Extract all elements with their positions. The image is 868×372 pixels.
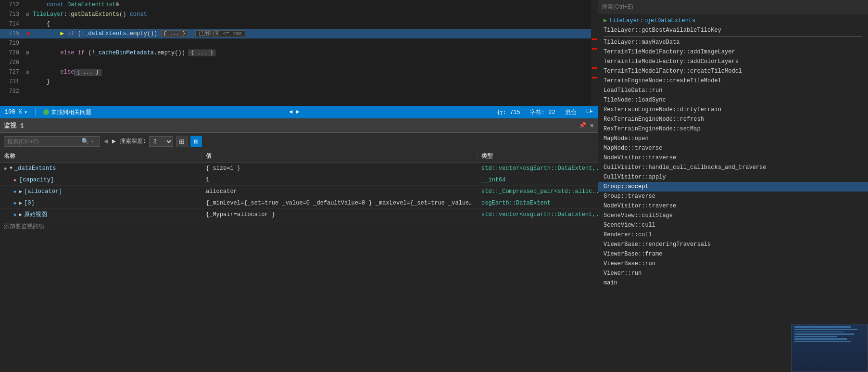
line-content-727: else{ ... } <box>33 67 598 77</box>
callstack-item-createtilemodel-factory[interactable]: TerrainTileModelFactory::createTileModel <box>598 66 868 76</box>
callstack-label-getbesttile: TileLayer::getBestAvailableTileKey <box>604 27 721 34</box>
watch-row-allocator[interactable]: ◆ ▶ [allocator] allocator std::_Compress… <box>0 186 598 197</box>
prev-result-button[interactable]: ◄ <box>103 138 109 145</box>
time-badge: 已用时间 <= 1ms <box>195 30 245 37</box>
mini-line <box>794 338 847 340</box>
expand-all-button[interactable]: ⊞ <box>190 136 202 147</box>
mini-line <box>794 341 851 342</box>
code-line-726: 726 <box>0 58 598 67</box>
callstack-item-refresh[interactable]: RexTerrainEngineNode::refresh <box>598 115 868 124</box>
callstack-item-setmap[interactable]: RexTerrainEngineNode::setMap <box>598 124 868 134</box>
line-number: 732 <box>0 87 24 96</box>
callstack-item-getdataextents[interactable]: ▶ TileLayer::getDataExtents <box>598 15 868 26</box>
watch-row-data-extents[interactable]: ◆ ▼ _dataExtents { size=1 } std::vector<… <box>0 163 598 174</box>
green-arrow-icon: ▶ <box>604 17 607 24</box>
breakpoint-indicator3 <box>592 67 597 69</box>
callstack-item-main[interactable]: main <box>598 278 868 288</box>
callstack-item-nodevisitor-traverse[interactable]: NodeVisitor::traverse <box>598 153 868 163</box>
expand-tri-extents[interactable]: ▼ <box>10 166 13 171</box>
callstack-item-group-traverse[interactable]: Group::traverse <box>598 192 868 201</box>
mini-line <box>794 336 837 337</box>
watch-row-capacity[interactable]: ◆ [capacity] 1 __int64 <box>0 174 598 186</box>
callstack-item-viewer-run[interactable]: Viewer::run <box>598 269 868 278</box>
watch-search-input[interactable] <box>7 138 79 145</box>
callstack-search-input[interactable] <box>602 3 864 10</box>
pin-button[interactable]: 📌 <box>579 122 586 129</box>
mini-code-preview <box>791 324 868 372</box>
callstack-item-cullvisitor-handle[interactable]: CullVisitor::handle_cull_callbacks_and_t… <box>598 163 868 172</box>
callstack-label-addcolorlayers: TerrainTileModelFactory::addColorLayers <box>604 58 739 65</box>
row-value-extents: { size=1 } <box>202 165 478 172</box>
watch-rows[interactable]: ◆ ▼ _dataExtents { size=1 } std::vector<… <box>0 163 598 372</box>
breakpoint-indicator <box>592 38 597 40</box>
callstack-list[interactable]: ▶ TileLayer::getDataExtents TileLayer::g… <box>598 13 868 372</box>
callstack-label-dirtyterrain: RexTerrainEngineNode::dirtyTerrain <box>604 106 721 113</box>
callstack-item-mayhavedata[interactable]: TileLayer::mayHaveData <box>598 38 868 47</box>
callstack-item-sceneview-cullstage[interactable]: SceneView::cullStage <box>598 211 868 220</box>
collapsed-block[interactable]: { ... } <box>161 30 188 37</box>
callstack-item-group-accept[interactable]: Group::accept <box>598 182 868 192</box>
line-content-720: else if (!_cacheBinMetadata.empty()) { .… <box>33 48 598 58</box>
search-icon[interactable]: 🔍 <box>81 138 89 145</box>
mini-line <box>794 329 857 330</box>
search-dropdown-icon[interactable]: ▾ <box>91 139 94 144</box>
watch-row-raw-view[interactable]: ◆ ▶ 原始视图 {_Mypair=allocator } std::vecto… <box>0 209 598 220</box>
callstack-item-nodevisitor-traverse2[interactable]: NodeVisitor::traverse <box>598 201 868 211</box>
depth-select[interactable]: 3 1 2 4 5 <box>149 136 173 147</box>
add-watch-item[interactable]: 添加要监视的项 <box>0 220 598 232</box>
callstack-label-sceneview-cull: SceneView::cull <box>604 222 655 229</box>
callstack-item-loadtiledata[interactable]: LoadTileData::run <box>598 86 868 95</box>
watch-row-0[interactable]: ◆ ▶ [0] {_minLevel={_set=true _value=0 _… <box>0 197 598 209</box>
line-number: 719 <box>0 38 24 48</box>
callstack-item-mapnode-open[interactable]: MapNode::open <box>598 134 868 143</box>
callstack-item-addcolorlayers[interactable]: TerrainTileModelFactory::addColorLayers <box>598 57 868 66</box>
line-number: 720 <box>0 48 24 58</box>
watch-toolbar: 🔍 ▾ ◄ ► 搜索深度: 3 1 2 4 5 ⊞ ⊞ <box>0 133 598 150</box>
row-name-allocator: [allocator] <box>24 188 62 195</box>
row-type-allocator: std::_Compressed_pair<std::alloc... <box>478 188 598 195</box>
zoom-level[interactable]: 100 % ▾ <box>5 109 27 116</box>
expand-tri-0[interactable]: ▶ <box>19 200 22 206</box>
collapsed-block-720[interactable]: { ... } <box>189 50 215 56</box>
callstack-item-dirtyterrain[interactable]: RexTerrainEngineNode::dirtyTerrain <box>598 105 868 115</box>
callstack-item-createtilemodel-engine[interactable]: TerrainEngineNode::createTileModel <box>598 76 868 86</box>
close-button[interactable]: ✕ <box>590 121 594 129</box>
gutter-727: ⊞ <box>24 67 33 77</box>
callstack-item-getbesttile[interactable]: TileLayer::getBestAvailableTileKey <box>598 26 868 35</box>
expand-tri-raw[interactable]: ▶ <box>19 212 22 218</box>
breakpoint-icon[interactable]: ● <box>26 30 30 38</box>
collapsed-block-727[interactable]: { ... } <box>74 69 101 76</box>
callstack-item-mapnode-traverse[interactable]: MapNode::traverse <box>598 143 868 153</box>
callstack-item-viewerbase-rendering[interactable]: ViewerBase::renderingTraversals <box>598 240 868 249</box>
line-content-726 <box>33 58 598 67</box>
watch-panel-header: 监视 1 📌 ✕ <box>0 118 598 133</box>
callstack-item-viewerbase-frame[interactable]: ViewerBase::frame <box>598 249 868 259</box>
gutter-714 <box>24 19 33 29</box>
next-result-button[interactable]: ► <box>111 138 116 145</box>
filter-button[interactable]: ⊞ <box>176 136 188 147</box>
callstack-item-renderer-cull[interactable]: Renderer::cull <box>598 230 868 240</box>
callstack-item-addimagelayer[interactable]: TerrainTileModelFactory::addImageLayer <box>598 47 868 57</box>
callstack-label-cullvisitor-apply: CullVisitor::apply <box>604 174 666 180</box>
gutter-712 <box>24 0 33 10</box>
callstack-item-viewerbase-run[interactable]: ViewerBase::run <box>598 259 868 269</box>
callstack-label-main: main <box>604 280 617 286</box>
callstack-item-cullvisitor-apply[interactable]: CullVisitor::apply <box>598 172 868 182</box>
callstack-label-createtilemodel-factory: TerrainTileModelFactory::createTileModel <box>604 68 742 75</box>
mini-preview-lines <box>792 324 868 345</box>
callstack-item-sceneview-cull[interactable]: SceneView::cull <box>598 220 868 230</box>
encoding: 混合 <box>565 108 577 116</box>
callstack-label-createtilemodel-engine: TerrainEngineNode::createTileModel <box>604 77 721 84</box>
callstack-label-cullvisitor-handle: CullVisitor::handle_cull_callbacks_and_t… <box>604 164 766 171</box>
expand-tri-allocator[interactable]: ▶ <box>19 189 22 194</box>
code-line-727: 727 ⊞ else{ ... } <box>0 67 598 77</box>
callstack-label-mapnode-open: MapNode::open <box>604 135 649 142</box>
row-value-allocator: allocator <box>202 188 478 195</box>
status-ok-icon <box>43 109 49 115</box>
code-editor: 712 const DataExtentList& 713 ⊟ TileLaye… <box>0 0 598 106</box>
row-name-0: [0] <box>24 200 35 206</box>
editor-scrollbar[interactable] <box>591 0 598 106</box>
mini-line-highlight <box>794 331 843 333</box>
callstack-item-tilenode-loadsync[interactable]: TileNode::loadSync <box>598 95 868 105</box>
code-line-731: 731 } <box>0 77 598 87</box>
